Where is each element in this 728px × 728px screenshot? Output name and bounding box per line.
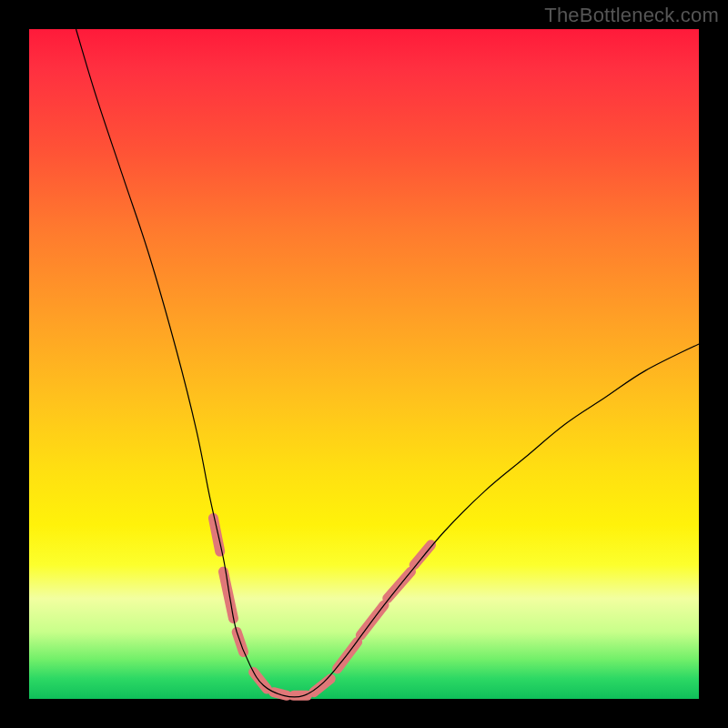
- watermark-text: TheBottleneck.com: [544, 4, 719, 27]
- marker-segment: [414, 545, 430, 565]
- chart-frame: TheBottleneck.com: [0, 0, 728, 728]
- plot-area: [29, 29, 699, 699]
- marker-segment: [213, 518, 219, 551]
- marker-segment: [314, 679, 330, 693]
- marker-layer: [213, 518, 430, 695]
- chart-svg: [29, 29, 699, 699]
